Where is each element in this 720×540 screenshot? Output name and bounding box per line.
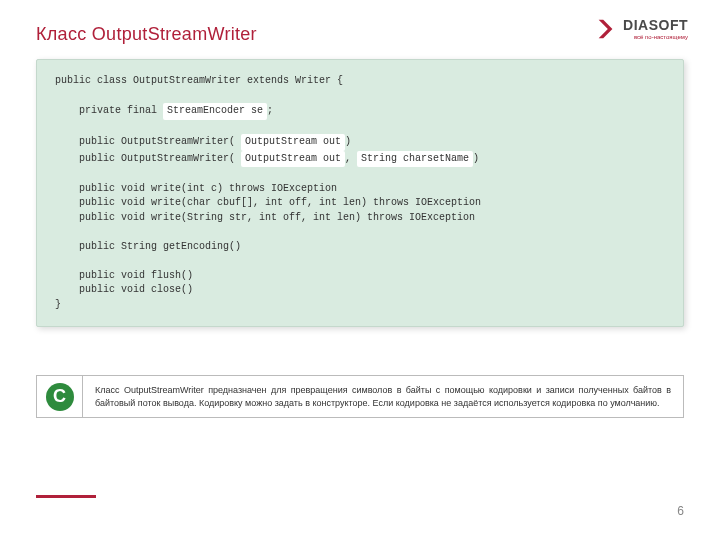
code-text: ) bbox=[473, 153, 479, 164]
note-badge-cell: C bbox=[37, 376, 83, 417]
code-line: public class OutputStreamWriter extends … bbox=[55, 75, 343, 86]
code-line: public void write(char cbuf[], int off, … bbox=[55, 197, 481, 208]
code-highlight: OutputStream out bbox=[241, 151, 345, 168]
note-text: Класс OutputStreamWriter предназначен дл… bbox=[83, 376, 683, 417]
code-line: public void write(String str, int off, i… bbox=[55, 212, 475, 223]
code-line: public void close() bbox=[55, 284, 193, 295]
logo-text: DIASOFT всё по-настоящему bbox=[623, 18, 688, 40]
code-highlight: String charsetName bbox=[357, 151, 473, 168]
code-line: public OutputStreamWriter( bbox=[55, 136, 241, 147]
code-line: public String getEncoding() bbox=[55, 241, 241, 252]
note-box: C Класс OutputStreamWriter предназначен … bbox=[36, 375, 684, 418]
code-line: public OutputStreamWriter( bbox=[55, 153, 241, 164]
code-line: } bbox=[55, 299, 61, 310]
page-number: 6 bbox=[677, 504, 684, 518]
slide: Класс OutputStreamWriter DIASOFT всё по-… bbox=[0, 0, 720, 540]
code-line: public void write(int c) throws IOExcept… bbox=[55, 183, 337, 194]
code-block: public class OutputStreamWriter extends … bbox=[36, 59, 684, 327]
code-text: , bbox=[345, 153, 357, 164]
code-text: ; bbox=[267, 105, 273, 116]
logo-name: DIASOFT bbox=[623, 18, 688, 32]
logo-icon bbox=[595, 18, 617, 40]
footer-accent bbox=[36, 495, 96, 498]
code-text: ) bbox=[345, 136, 351, 147]
code-line: private final bbox=[55, 105, 163, 116]
brand-logo: DIASOFT всё по-настоящему bbox=[595, 18, 688, 40]
code-highlight: OutputStream out bbox=[241, 134, 345, 151]
slide-title: Класс OutputStreamWriter bbox=[36, 24, 684, 45]
class-badge-icon: C bbox=[46, 383, 74, 411]
code-highlight: StreamEncoder se bbox=[163, 103, 267, 120]
logo-tagline: всё по-настоящему bbox=[623, 34, 688, 40]
code-line: public void flush() bbox=[55, 270, 193, 281]
